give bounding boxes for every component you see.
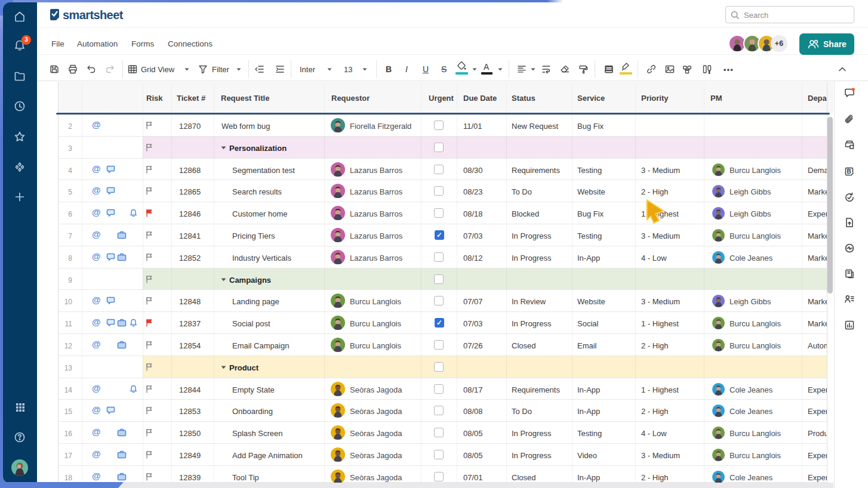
svg-text:B: B [847, 168, 851, 175]
